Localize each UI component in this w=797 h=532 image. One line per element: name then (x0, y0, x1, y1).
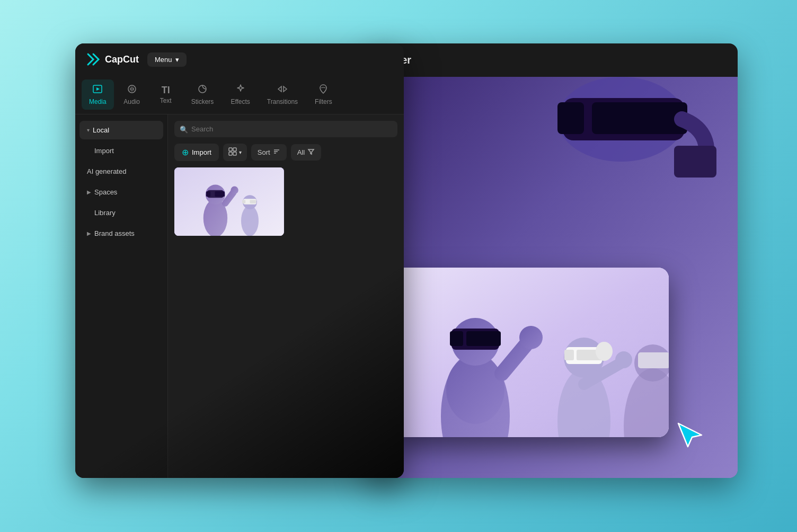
stickers-icon (197, 84, 208, 96)
svg-rect-47 (638, 352, 669, 368)
local-arrow: ▾ (87, 127, 90, 133)
cursor-arrow (674, 419, 706, 453)
media-grid (174, 167, 397, 236)
media-panel: 🔍 ⊕ Import (168, 114, 404, 478)
all-filter-button[interactable]: All (291, 144, 321, 161)
editor-panel: CapCut Menu ▾ Media (75, 43, 404, 478)
svg-rect-15 (206, 191, 210, 197)
svg-point-49 (615, 351, 632, 368)
sidebar-item-import[interactable]: Import (79, 141, 163, 160)
sidebar-item-local[interactable]: ▾ Local (79, 121, 163, 139)
svg-rect-16 (215, 191, 225, 197)
spaces-arrow: ▶ (87, 189, 91, 195)
app-logo: CapCut (86, 52, 139, 67)
header-bar: CapCut Menu ▾ (75, 43, 404, 75)
svg-rect-35 (450, 331, 463, 346)
player-panel: Player (367, 43, 738, 478)
sidebar-item-library[interactable]: Library (79, 203, 163, 222)
sidebar-item-brand-assets[interactable]: ▶ Brand assets (79, 224, 163, 243)
tab-text[interactable]: TI Text (150, 81, 182, 109)
preview-inner (393, 268, 669, 437)
view-toggle-button[interactable]: ▾ (223, 144, 247, 161)
toolbar-tabs: Media Audio TI Text (75, 75, 404, 114)
svg-rect-27 (557, 102, 584, 134)
effects-icon (235, 84, 246, 96)
player-header: Player (367, 43, 738, 77)
tab-effects[interactable]: Effects (223, 79, 257, 110)
media-toolbar-row: ⊕ Import ▾ (174, 144, 397, 161)
tab-transitions[interactable]: Transitions (260, 79, 305, 110)
svg-point-19 (241, 206, 259, 236)
transitions-icon (277, 84, 288, 96)
svg-rect-36 (466, 331, 501, 346)
media-icon (92, 84, 103, 96)
svg-rect-22 (242, 200, 245, 203)
audio-icon (127, 84, 137, 96)
svg-point-44 (596, 342, 613, 361)
filters-icon (318, 84, 329, 96)
menu-button[interactable]: Menu ▾ (147, 52, 187, 67)
svg-rect-23 (250, 200, 256, 203)
grid-icon (228, 147, 237, 157)
app-name: CapCut (105, 54, 139, 65)
filter-icon (307, 148, 315, 157)
tab-filters[interactable]: Filters (307, 79, 340, 110)
svg-rect-5 (233, 148, 236, 151)
text-icon: TI (162, 85, 170, 95)
svg-rect-42 (564, 350, 574, 360)
plus-icon: ⊕ (182, 147, 189, 157)
svg-rect-6 (229, 152, 232, 155)
import-button[interactable]: ⊕ Import (174, 144, 219, 161)
view-chevron: ▾ (239, 149, 242, 155)
search-wrapper: 🔍 (174, 121, 397, 137)
media-thumbnail-1[interactable] (174, 167, 284, 236)
search-icon: 🔍 (180, 125, 188, 133)
svg-rect-7 (233, 152, 236, 155)
svg-point-18 (231, 187, 238, 194)
sidebar: ▾ Local Import AI generated ▶ Spaces Lib… (75, 114, 168, 478)
tab-stickers[interactable]: Stickers (184, 79, 222, 110)
brand-assets-arrow: ▶ (87, 230, 91, 236)
sort-button[interactable]: Sort (251, 144, 287, 161)
player-content (367, 77, 738, 478)
search-input[interactable] (174, 121, 397, 137)
svg-rect-29 (674, 146, 716, 178)
svg-rect-4 (229, 148, 232, 151)
preview-card (393, 268, 669, 437)
sort-icon (273, 148, 280, 157)
tab-media[interactable]: Media (82, 79, 114, 110)
sidebar-item-ai-generated[interactable]: AI generated (79, 162, 163, 181)
tab-audio[interactable]: Audio (116, 79, 148, 110)
svg-point-38 (519, 326, 543, 349)
sidebar-item-spaces[interactable]: ▶ Spaces (79, 183, 163, 201)
svg-marker-1 (96, 87, 100, 91)
content-area: ▾ Local Import AI generated ▶ Spaces Lib… (75, 114, 404, 478)
svg-rect-28 (592, 102, 687, 134)
